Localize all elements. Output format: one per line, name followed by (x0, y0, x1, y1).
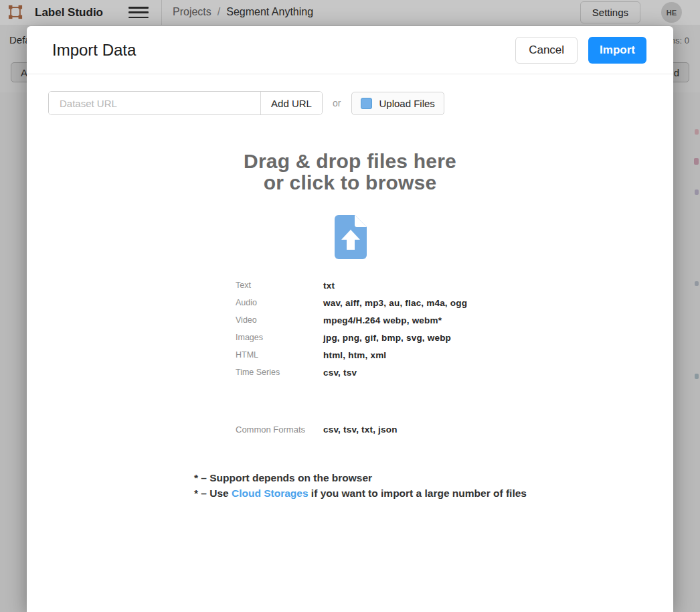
format-extensions: html, htm, xml (323, 350, 386, 360)
format-extensions: csv, tsv (323, 368, 357, 378)
format-row: HTML html, htm, xml (236, 346, 467, 364)
format-row: Images jpg, png, gif, bmp, svg, webp (236, 329, 467, 346)
common-formats-label: Common Formats (236, 425, 323, 435)
format-type-label: Images (236, 333, 323, 342)
format-extensions: jpg, png, gif, bmp, svg, webp (323, 333, 451, 343)
format-row: Text txt (236, 277, 467, 294)
or-label: or (333, 98, 341, 108)
format-extensions: wav, aiff, mp3, au, flac, m4a, ogg (323, 298, 467, 308)
footnote2-prefix: * – Use (194, 487, 232, 499)
footnote-browser-support: * – Support depends on the browser (194, 470, 527, 485)
add-url-button[interactable]: Add URL (260, 92, 322, 114)
common-formats-extensions: csv, tsv, txt, json (323, 425, 398, 435)
upload-files-icon (361, 98, 372, 109)
format-extensions: mpeg4/H.264 webp, webm* (323, 315, 442, 325)
footnotes: * – Support depends on the browser * – U… (194, 470, 527, 501)
footnote2-suffix: if you want to import a large number of … (309, 487, 527, 499)
format-row: Time Series csv, tsv (236, 364, 467, 381)
dropzone-title-line1: Drag & drop files here (27, 151, 673, 172)
dataset-url-control: Add URL (48, 91, 323, 115)
format-type-label: Audio (236, 298, 323, 307)
dropzone[interactable]: Drag & drop files here or click to brows… (27, 151, 673, 262)
format-extensions: txt (323, 281, 335, 291)
common-formats-row: Common Formats csv, tsv, txt, json (236, 425, 398, 435)
format-type-label: Text (236, 281, 323, 290)
cancel-button[interactable]: Cancel (515, 37, 578, 64)
import-button[interactable]: Import (588, 37, 646, 64)
cloud-storages-link[interactable]: Cloud Storages (232, 487, 309, 499)
dataset-url-input[interactable] (49, 92, 260, 114)
format-type-label: Video (236, 315, 323, 325)
format-type-label: HTML (236, 350, 323, 360)
modal-header: Import Data Cancel Import (27, 26, 673, 74)
upload-files-button[interactable]: Upload Files (351, 92, 444, 115)
import-data-modal: Import Data Cancel Import Add URL or Upl… (27, 26, 673, 612)
dropzone-title: Drag & drop files here or click to brows… (27, 151, 673, 194)
footnote-cloud-storage: * – Use Cloud Storages if you want to im… (194, 485, 527, 501)
modal-header-actions: Cancel Import (515, 37, 646, 64)
url-import-row: Add URL or Upload Files (48, 91, 444, 115)
screen: Label Studio Projects / Segment Anything… (0, 0, 700, 612)
format-type-label: Time Series (236, 368, 323, 377)
supported-formats-table: Text txt Audio wav, aiff, mp3, au, flac,… (236, 277, 467, 381)
file-upload-icon (27, 215, 673, 262)
dropzone-title-line2: or click to browse (27, 172, 673, 194)
format-row: Video mpeg4/H.264 webp, webm* (236, 311, 467, 329)
modal-title: Import Data (52, 41, 136, 60)
format-row: Audio wav, aiff, mp3, au, flac, m4a, ogg (236, 294, 467, 311)
upload-files-label: Upload Files (379, 98, 434, 109)
